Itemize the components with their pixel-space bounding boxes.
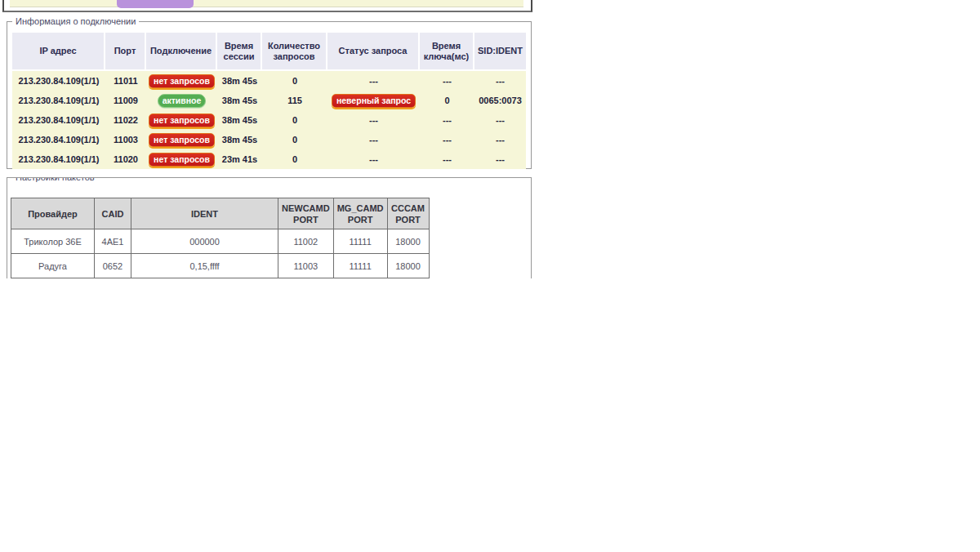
port-cell: 11009 [105, 91, 146, 110]
col-header-connection: Подключение [146, 33, 217, 69]
packages-table: Провайдер CAID IDENT NEWCAMD PORT MG_CAM… [11, 198, 430, 278]
no-requests-badge: нет запросов [149, 153, 215, 167]
requests-cell: 115 [262, 91, 327, 110]
ip-cell: 213.230.84.109(1/1) [12, 71, 105, 91]
connection-cell: нет запросов [146, 110, 217, 130]
active-badge: активное [158, 94, 207, 108]
status-cell: --- [327, 149, 420, 169]
connection-row: 213.230.84.109(1/1) 11011 нет запросов 3… [12, 71, 526, 91]
keytime-cell: --- [420, 71, 474, 91]
no-requests-badge: нет запросов [149, 74, 215, 88]
requests-cell: 0 [262, 130, 327, 149]
keytime-cell: --- [420, 130, 474, 149]
col-header-cccam-port: CCCAM PORT [387, 198, 429, 229]
col-header-port: Порт [105, 33, 146, 69]
col-header-provider: Провайдер [11, 198, 95, 229]
sid-cell: --- [474, 130, 526, 149]
status-cell: --- [327, 130, 420, 149]
page: Информация о подключении IP адрес Порт П… [0, 0, 980, 552]
sid-cell: --- [474, 71, 526, 91]
session-cell: 38m 45s [217, 71, 262, 91]
connection-cell: нет запросов [146, 149, 217, 169]
connection-row: 213.230.84.109(1/1) 11022 нет запросов 3… [12, 110, 526, 130]
mgcamd-port-cell: 11111 [333, 229, 387, 254]
caid-cell: 4AE1 [95, 229, 131, 254]
provider-cell: Радуга [11, 254, 95, 278]
port-cell: 11003 [105, 130, 146, 149]
col-header-session: Время сессии [217, 33, 262, 69]
col-header-newcamd-port: NEWCAMD PORT [278, 198, 334, 229]
no-requests-badge: нет запросов [149, 133, 215, 147]
requests-cell: 0 [262, 71, 327, 91]
col-header-ip: IP адрес [12, 33, 105, 69]
col-header-status: Статус запроса [327, 33, 420, 69]
invalid-request-badge: неверный запрос [332, 94, 416, 108]
col-header-sid: SID:IDENT [474, 33, 526, 69]
status-cell: неверный запрос [327, 91, 420, 110]
sid-cell: 0065:0073 [474, 91, 526, 110]
connection-cell: нет запросов [146, 130, 217, 149]
session-cell: 38m 45s [217, 91, 262, 110]
connection-table-header: IP адрес Порт Подключение Время сессии К… [12, 33, 526, 69]
col-header-ident: IDENT [131, 198, 278, 229]
connection-row: 213.230.84.109(1/1) 11003 нет запросов 3… [12, 130, 526, 149]
connection-cell: активное [146, 91, 217, 110]
ident-cell: 000000 [131, 229, 278, 254]
connection-fieldset-legend: Информация о подключении [12, 16, 139, 27]
status-cell: --- [327, 71, 420, 91]
connection-table-body: 213.230.84.109(1/1) 11011 нет запросов 3… [12, 71, 526, 169]
col-header-caid: CAID [95, 198, 131, 229]
cccam-port-cell: 18000 [387, 254, 429, 278]
keytime-cell: 0 [420, 91, 474, 110]
purple-status-badge [117, 0, 194, 8]
col-header-requests: Количество запросов [262, 33, 327, 69]
top-cutoff-panel [2, 0, 532, 12]
package-fieldset-legend: Настройки пакетов [12, 177, 98, 183]
col-header-keytime: Время ключа(мс) [420, 33, 474, 69]
connection-row: 213.230.84.109(1/1) 11020 нет запросов 2… [12, 149, 526, 169]
ip-cell: 213.230.84.109(1/1) [12, 91, 105, 110]
no-requests-badge: нет запросов [149, 114, 215, 127]
session-cell: 38m 45s [217, 110, 262, 130]
package-row: Триколор 36E 4AE1 000000 11002 11111 180… [11, 229, 430, 254]
connection-cell: нет запросов [146, 71, 217, 91]
keytime-cell: --- [420, 149, 474, 169]
keytime-cell: --- [420, 110, 474, 130]
ip-cell: 213.230.84.109(1/1) [12, 130, 105, 149]
port-cell: 11022 [105, 110, 146, 130]
packages-header-row: Провайдер CAID IDENT NEWCAMD PORT MG_CAM… [11, 198, 430, 229]
provider-cell: Триколор 36E [11, 229, 95, 254]
col-header-mgcamd-port: MG_CAMD PORT [333, 198, 387, 229]
caid-cell: 0652 [95, 254, 131, 278]
newcamd-port-cell: 11002 [278, 229, 334, 254]
port-cell: 11011 [105, 71, 146, 91]
package-row: Радуга 0652 0,15,ffff 11003 11111 18000 [11, 254, 430, 278]
package-settings-fieldset: Настройки пакетов Провайдер CAID IDENT N… [7, 177, 532, 278]
newcamd-port-cell: 11003 [278, 254, 334, 278]
requests-cell: 0 [262, 149, 327, 169]
sid-cell: --- [474, 149, 526, 169]
port-cell: 11020 [105, 149, 146, 169]
sid-cell: --- [474, 110, 526, 130]
ip-cell: 213.230.84.109(1/1) [12, 110, 105, 130]
status-cell: --- [327, 110, 420, 130]
mgcamd-port-cell: 11111 [333, 254, 387, 278]
requests-cell: 0 [262, 110, 327, 130]
session-cell: 38m 45s [217, 130, 262, 149]
session-cell: 23m 41s [217, 149, 262, 169]
top-cutoff-row [10, 0, 523, 7]
cccam-port-cell: 18000 [387, 229, 429, 254]
ip-cell: 213.230.84.109(1/1) [12, 149, 105, 169]
ident-cell: 0,15,ffff [131, 254, 278, 278]
connection-info-fieldset: Информация о подключении IP адрес Порт П… [7, 21, 532, 169]
connection-row: 213.230.84.109(1/1) 11009 активное 38m 4… [12, 91, 526, 110]
